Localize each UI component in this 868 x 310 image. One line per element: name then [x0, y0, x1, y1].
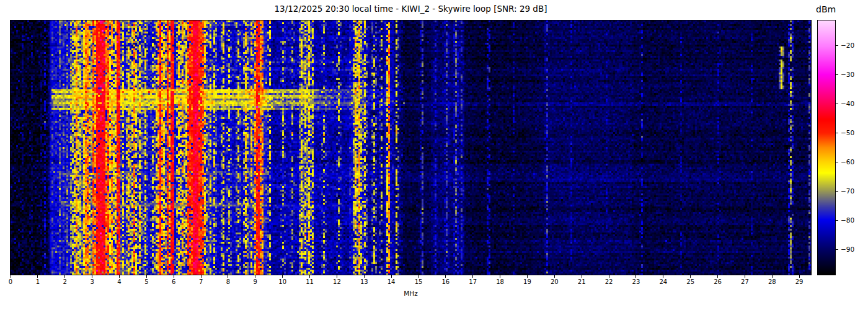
colorbar-tick-label: −90 — [841, 246, 854, 253]
x-tick-label: 26 — [709, 278, 727, 285]
colorbar-tick-label: −80 — [841, 216, 854, 224]
x-tick-mark — [772, 275, 773, 278]
colorbar-canvas — [818, 20, 835, 275]
colorbar-tick-mark — [836, 74, 838, 75]
x-tick-mark — [527, 275, 528, 278]
x-tick-label: 5 — [138, 278, 155, 285]
x-tick-label: 11 — [301, 278, 319, 285]
x-tick-label: 6 — [165, 278, 182, 285]
colorbar-tick-label: −40 — [841, 100, 854, 107]
x-tick-mark — [391, 275, 392, 278]
colorbar-tick-mark — [836, 104, 838, 104]
x-tick-label: 16 — [437, 278, 454, 285]
x-tick-label: 8 — [219, 278, 237, 285]
colorbar-tick-label: −30 — [841, 71, 854, 78]
x-tick-label: 13 — [355, 278, 373, 285]
x-tick-mark — [472, 275, 473, 278]
x-tick-label: 27 — [736, 278, 753, 285]
x-tick-label: 19 — [518, 278, 536, 285]
x-tick-mark — [554, 275, 555, 278]
x-tick-mark — [228, 275, 228, 278]
colorbar-tick-label: −50 — [841, 129, 854, 136]
x-tick-label: 14 — [383, 278, 400, 285]
x-tick-label: 3 — [84, 278, 101, 285]
x-tick-mark — [64, 275, 65, 278]
x-tick-mark — [92, 275, 92, 278]
x-tick-label: 28 — [763, 278, 781, 285]
x-tick-label: 25 — [682, 278, 699, 285]
x-tick-mark — [418, 275, 419, 278]
x-tick-label: 17 — [464, 278, 482, 285]
x-tick-label: 24 — [655, 278, 672, 285]
x-tick-mark — [37, 275, 38, 278]
x-tick-label: 20 — [546, 278, 563, 285]
spectrogram-canvas — [11, 20, 811, 275]
colorbar-tick-mark — [836, 249, 838, 250]
x-tick-mark — [690, 275, 691, 278]
x-tick-label: 22 — [600, 278, 618, 285]
colorbar-tick-mark — [836, 45, 838, 46]
x-tick-mark — [174, 275, 174, 278]
x-axis-label: MHz — [11, 290, 811, 297]
x-tick-mark — [119, 275, 120, 278]
x-tick-mark — [282, 275, 283, 278]
x-tick-mark — [717, 275, 718, 278]
x-tick-mark — [11, 275, 11, 278]
colorbar-label: dBm — [816, 4, 836, 14]
x-tick-label: 10 — [274, 278, 291, 285]
x-tick-label: 29 — [790, 278, 808, 285]
x-tick-label: 9 — [247, 278, 264, 285]
colorbar-tick-mark — [836, 220, 838, 221]
x-tick-label: 4 — [110, 278, 128, 285]
x-tick-mark — [201, 275, 202, 278]
x-tick-label: 15 — [410, 278, 427, 285]
x-tick-mark — [636, 275, 636, 278]
x-tick-label: 0 — [2, 278, 19, 285]
x-tick-mark — [364, 275, 365, 278]
x-tick-label: 2 — [56, 278, 74, 285]
spectrogram-figure: 13/12/2025 20:30 local time - KIWI_2 - S… — [0, 0, 868, 310]
colorbar-tick-label: −70 — [841, 187, 854, 195]
x-tick-label: 21 — [573, 278, 590, 285]
x-tick-mark — [663, 275, 663, 278]
plot-area — [10, 20, 812, 275]
x-tick-mark — [500, 275, 500, 278]
x-tick-label: 23 — [627, 278, 645, 285]
x-tick-mark — [146, 275, 147, 278]
colorbar-tick-mark — [836, 133, 838, 133]
x-tick-mark — [799, 275, 800, 278]
colorbar — [817, 20, 836, 275]
plot-title: 13/12/2025 20:30 local time - KIWI_2 - S… — [11, 4, 811, 14]
colorbar-tick-mark — [836, 191, 838, 192]
x-tick-label: 7 — [192, 278, 210, 285]
colorbar-tick-label: −60 — [841, 158, 854, 166]
x-tick-mark — [309, 275, 310, 278]
x-tick-mark — [337, 275, 337, 278]
x-tick-mark — [609, 275, 609, 278]
x-tick-mark — [255, 275, 255, 278]
x-tick-mark — [445, 275, 446, 278]
colorbar-tick-label: −20 — [841, 42, 854, 49]
x-tick-mark — [745, 275, 745, 278]
x-tick-label: 1 — [29, 278, 46, 285]
x-tick-label: 18 — [492, 278, 509, 285]
colorbar-tick-mark — [836, 162, 838, 162]
x-tick-label: 12 — [328, 278, 345, 285]
x-tick-mark — [582, 275, 582, 278]
